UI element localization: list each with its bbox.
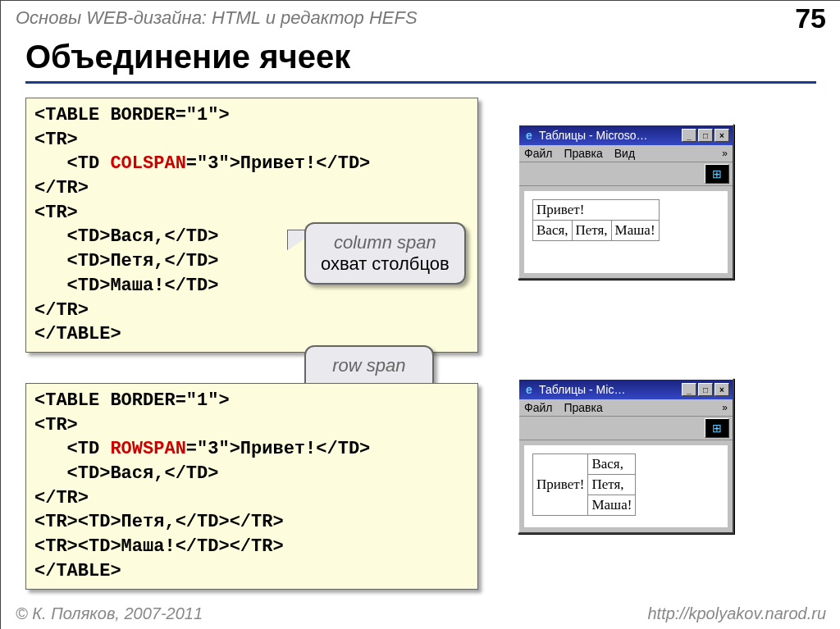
table-cell: Привет! xyxy=(533,200,660,221)
callout-colspan: column span охват столбцов xyxy=(304,222,466,285)
title-rule xyxy=(25,81,816,84)
minimize-button[interactable]: _ xyxy=(682,383,696,396)
table-cell: Маша! xyxy=(588,495,636,516)
menu-edit[interactable]: Правка xyxy=(564,401,602,414)
code-block-rowspan: <TABLE BORDER="1"> <TR> <TD ROWSPAN="3">… xyxy=(25,383,478,590)
table-cell: Петя, xyxy=(588,475,636,495)
copyright: © К. Поляков, 2007-2011 xyxy=(16,604,203,623)
menu-more[interactable]: » xyxy=(722,148,728,159)
site-url: http://kpolyakov.narod.ru xyxy=(647,604,826,623)
table-cell: Вася, xyxy=(533,221,573,241)
ie-throbber-icon: ⊞ xyxy=(705,418,729,438)
table-cell: Петя, xyxy=(572,221,611,241)
client-area: Привет! Вася, Петя, Маша! xyxy=(524,191,728,273)
attr-colspan: COLSPAN xyxy=(110,153,185,174)
close-button[interactable]: × xyxy=(714,129,729,142)
attr-rowspan: ROWSPAN xyxy=(110,439,185,459)
toolbar: ⊞ xyxy=(519,417,733,440)
table-cell: Привет! xyxy=(533,454,588,516)
slide: Основы WEB-дизайна: HTML и редактор HEFS… xyxy=(0,0,840,629)
menu-file[interactable]: Файл xyxy=(524,147,552,160)
window-title: Таблицы - Mic… xyxy=(539,383,680,396)
titlebar: e Таблицы - Mic… _ □ × xyxy=(519,380,733,399)
page-title: Объединение ячеек xyxy=(25,39,350,75)
menu-file[interactable]: Файл xyxy=(524,401,552,414)
demo-table-colspan: Привет! Вася, Петя, Маша! xyxy=(532,199,660,241)
toolbar: ⊞ xyxy=(519,162,733,186)
table-cell: Вася, xyxy=(588,454,636,475)
client-area: Привет! Вася, Петя, Маша! xyxy=(524,445,728,527)
callout-russian: охват столбцов xyxy=(321,253,450,274)
browser-window-rowspan: e Таблицы - Mic… _ □ × Файл Правка » ⊞ П… xyxy=(518,378,734,534)
ie-icon: e xyxy=(523,129,536,142)
page-number: 75 xyxy=(795,2,826,34)
callout-english: row span xyxy=(321,355,418,376)
ie-icon: e xyxy=(523,383,536,396)
maximize-button[interactable]: □ xyxy=(698,129,713,142)
menubar: Файл Правка Вид » xyxy=(519,145,733,162)
menu-more[interactable]: » xyxy=(722,402,728,413)
window-title: Таблицы - Microso… xyxy=(539,129,680,142)
demo-table-rowspan: Привет! Вася, Петя, Маша! xyxy=(532,454,636,516)
browser-window-colspan: e Таблицы - Microso… _ □ × Файл Правка В… xyxy=(518,124,734,280)
menu-edit[interactable]: Правка xyxy=(564,147,602,160)
minimize-button[interactable]: _ xyxy=(682,129,696,142)
ie-throbber-icon: ⊞ xyxy=(705,164,729,184)
titlebar: e Таблицы - Microso… _ □ × xyxy=(519,125,733,145)
menubar: Файл Правка » xyxy=(519,399,733,417)
menu-view[interactable]: Вид xyxy=(614,147,635,160)
close-button[interactable]: × xyxy=(714,383,729,396)
breadcrumb: Основы WEB-дизайна: HTML и редактор HEFS xyxy=(16,7,418,29)
maximize-button[interactable]: □ xyxy=(698,383,713,396)
table-cell: Маша! xyxy=(611,221,659,241)
callout-english: column span xyxy=(321,232,450,253)
